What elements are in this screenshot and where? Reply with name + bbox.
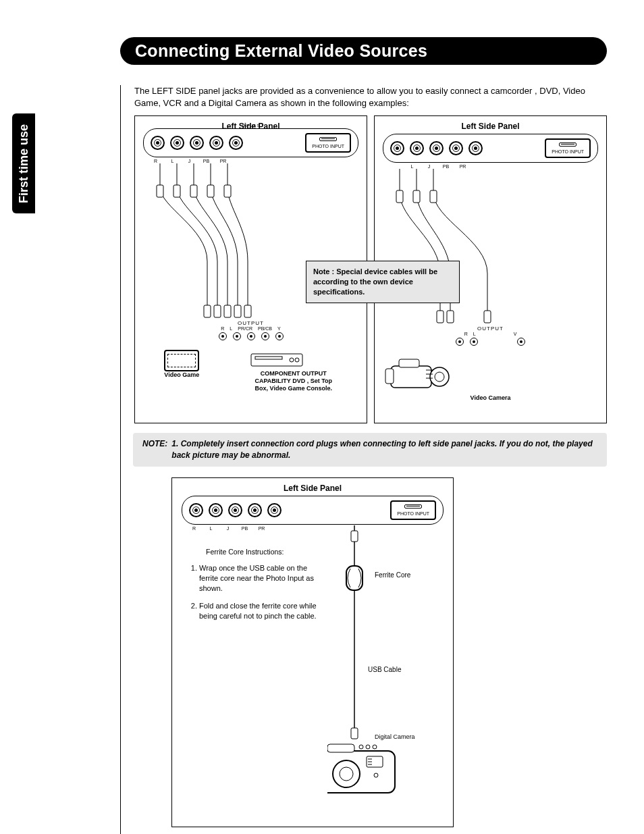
svg-rect-4 bbox=[224, 185, 231, 197]
jack-icon bbox=[449, 141, 463, 155]
ferrite-title: Ferrite Core Instructions: bbox=[206, 547, 327, 556]
jack-icon bbox=[429, 141, 444, 155]
svg-rect-9 bbox=[244, 305, 251, 317]
mini-jack-icon bbox=[456, 338, 464, 346]
mini-jack-icon bbox=[470, 338, 478, 346]
svg-rect-16 bbox=[430, 190, 437, 203]
device-cables-note: Note : Special device cables will be acc… bbox=[306, 261, 460, 303]
jack-label: PR bbox=[217, 159, 229, 163]
term: V bbox=[514, 332, 517, 336]
jack-panel: PHOTO INPUT bbox=[383, 134, 598, 163]
photo-input-port: PHOTO INPUT bbox=[390, 500, 436, 520]
jack-panel: PHOTO INPUT bbox=[182, 496, 444, 525]
svg-rect-27 bbox=[346, 566, 363, 590]
video-game-label: Video Game bbox=[164, 371, 199, 379]
component-device-label: COMPONENT OUTPUT CAPABILITY DVD , Set To… bbox=[250, 370, 338, 392]
photo-input-label: PHOTO INPUT bbox=[552, 149, 584, 154]
term: R bbox=[464, 332, 468, 336]
ferrite-core-callout: Ferrite Core bbox=[375, 571, 410, 579]
ferrite-step: Wrap once the USB cable on the ferrite c… bbox=[199, 563, 327, 594]
panel-label: Left Side Panel bbox=[178, 484, 448, 493]
svg-point-35 bbox=[359, 745, 363, 749]
svg-rect-14 bbox=[396, 190, 403, 203]
jack-icon bbox=[170, 136, 184, 150]
photo-input-label: PHOTO INPUT bbox=[397, 511, 429, 516]
svg-rect-1 bbox=[173, 185, 180, 197]
svg-point-22 bbox=[430, 367, 449, 386]
digital-camera-callout: Digital Camera bbox=[375, 733, 415, 740]
svg-rect-19 bbox=[484, 311, 491, 323]
photo-input-port: PHOTO INPUT bbox=[545, 138, 591, 158]
mini-jack-icon bbox=[233, 332, 241, 340]
jack-icon bbox=[267, 503, 281, 517]
svg-rect-6 bbox=[214, 305, 221, 317]
svg-point-36 bbox=[366, 745, 370, 749]
svg-rect-0 bbox=[157, 185, 163, 197]
svg-rect-26 bbox=[351, 531, 358, 542]
jack-icon bbox=[209, 503, 223, 517]
photo-input-label: PHOTO INPUT bbox=[312, 144, 344, 149]
svg-rect-15 bbox=[413, 190, 420, 203]
term: L bbox=[230, 326, 232, 331]
jack-icon bbox=[248, 503, 262, 517]
svg-rect-8 bbox=[234, 305, 241, 317]
svg-rect-3 bbox=[207, 185, 214, 197]
svg-rect-21 bbox=[385, 369, 394, 384]
svg-rect-28 bbox=[351, 728, 358, 739]
usb-cable-callout: USB Cable bbox=[368, 666, 401, 673]
svg-rect-20 bbox=[391, 366, 431, 388]
dvd-device-icon bbox=[250, 350, 304, 370]
mini-jack-icon bbox=[261, 332, 269, 340]
diagram-digital-camera: Left Side Panel PHOTO INPUT R L J P bbox=[171, 477, 454, 827]
svg-rect-5 bbox=[204, 305, 211, 317]
jack-icon bbox=[189, 503, 203, 517]
section-tab: First time use bbox=[12, 113, 35, 213]
usb-cable-diagram bbox=[327, 525, 435, 796]
intro-text: The LEFT SIDE panel jacks are provided a… bbox=[134, 85, 607, 109]
jack-icon bbox=[229, 136, 243, 150]
output-label: OUTPUT bbox=[139, 320, 363, 326]
inputs-label: INPUT 5 bbox=[139, 124, 363, 128]
video-camera-label: Video Camera bbox=[379, 394, 602, 402]
photo-input-port: PHOTO INPUT bbox=[305, 133, 351, 153]
svg-rect-7 bbox=[224, 305, 231, 317]
svg-rect-17 bbox=[437, 311, 444, 323]
mini-jack-icon bbox=[247, 332, 255, 340]
svg-rect-18 bbox=[447, 311, 454, 323]
jack-label: L bbox=[406, 164, 418, 169]
svg-rect-24 bbox=[399, 359, 419, 367]
mini-jack-icon bbox=[517, 338, 525, 346]
term: R bbox=[221, 326, 224, 331]
section-tab-label: First time use bbox=[12, 113, 35, 213]
term: PB/CB bbox=[258, 326, 272, 331]
jack-label: PB bbox=[200, 159, 212, 163]
output-label: OUTPUT bbox=[379, 325, 602, 332]
page-title: Connecting External Video Sources bbox=[135, 41, 592, 61]
ferrite-step: Fold and close the ferrite core while be… bbox=[199, 601, 327, 621]
jack-icon bbox=[228, 503, 242, 517]
jack-label: L bbox=[205, 526, 217, 531]
jack-label: R bbox=[188, 526, 200, 531]
jack-label: L bbox=[167, 159, 178, 163]
panel-label: Left Side Panel bbox=[379, 122, 602, 131]
term: Y bbox=[277, 326, 281, 331]
video-game-icon bbox=[164, 350, 199, 371]
svg-point-37 bbox=[373, 745, 377, 749]
term: L bbox=[473, 332, 476, 336]
term: PR/CR bbox=[238, 326, 252, 331]
title-bar: Connecting External Video Sources bbox=[120, 37, 607, 65]
ferrite-instructions: Ferrite Core Instructions: Wrap once the… bbox=[186, 547, 327, 629]
jack-icon bbox=[390, 141, 404, 155]
mini-jack-icon bbox=[275, 332, 284, 340]
jack-label: R bbox=[150, 159, 161, 163]
mini-jack-icon bbox=[219, 332, 227, 340]
jack-label: J bbox=[423, 164, 435, 169]
svg-rect-2 bbox=[190, 185, 197, 197]
jack-icon bbox=[190, 136, 204, 150]
jack-panel: PHOTO INPUT bbox=[143, 128, 358, 157]
jack-label: J bbox=[222, 526, 234, 531]
note-bar: NOTE: 1. Completely insert connection co… bbox=[133, 433, 607, 467]
jack-icon bbox=[151, 136, 165, 150]
jack-label: PR bbox=[256, 526, 267, 531]
jack-icon bbox=[410, 141, 424, 155]
